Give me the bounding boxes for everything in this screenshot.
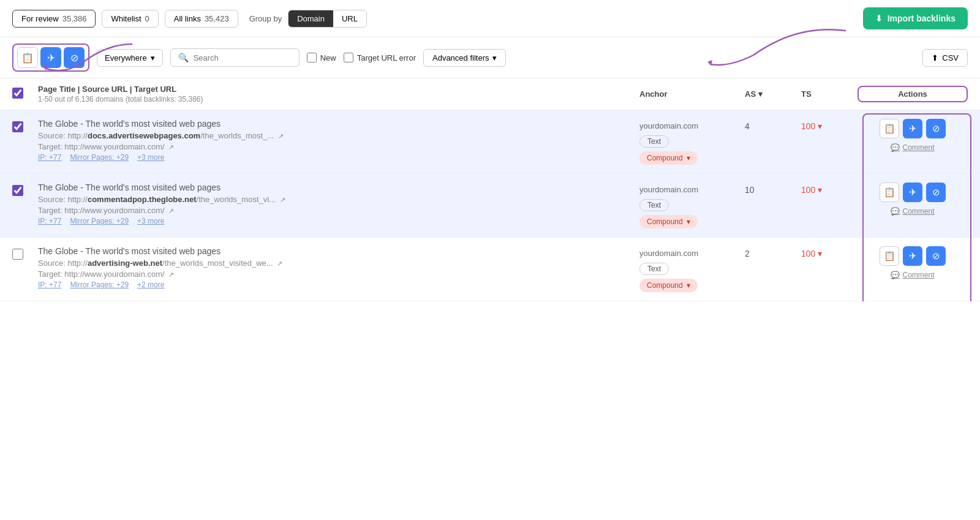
group-domain-btn[interactable]: Domain	[288, 10, 333, 27]
row-3-mirror[interactable]: Mirror Pages: +29	[70, 281, 129, 289]
row-3-target-ext-icon[interactable]: ↗	[168, 271, 174, 278]
send-icon: ✈	[909, 187, 917, 198]
row-2-source-domain: commentadpop.theglobe.net	[88, 195, 197, 204]
for-review-count: 35,386	[62, 14, 87, 23]
chevron-down-icon: ▾	[151, 53, 155, 62]
row-1-source: Source: http://docs.advertisewebpages.co…	[38, 131, 632, 140]
target-url-error-label[interactable]: Target URL error	[344, 53, 416, 62]
header-as-col[interactable]: AS ▾	[745, 89, 794, 99]
row-1-action-icons: 📋 ✈ ⊘	[880, 119, 946, 138]
send-icon-btn[interactable]: ✈	[40, 47, 61, 68]
row-1-mirror[interactable]: Mirror Pages: +29	[70, 153, 129, 162]
csv-export-button[interactable]: ⬆ CSV	[922, 49, 968, 67]
for-review-tab[interactable]: For review 35,386	[12, 10, 96, 28]
row-2-mirror[interactable]: Mirror Pages: +29	[70, 217, 129, 225]
new-filter-checkbox[interactable]	[307, 53, 317, 62]
row-3-source: Source: http://advertising-web.net/the_w…	[38, 258, 632, 268]
row-3-source-ext-icon[interactable]: ↗	[277, 260, 282, 267]
comment-icon: 💬	[891, 143, 900, 152]
csv-upload-icon: ⬆	[932, 53, 938, 62]
row-1-ts: 100 ▾	[801, 119, 850, 131]
row-3-ts-val[interactable]: 100 ▾	[801, 249, 850, 258]
copy-icon: 📋	[884, 123, 895, 134]
target-url-error-checkbox[interactable]	[344, 53, 353, 62]
row-3-badge-compound[interactable]: Compound ▾	[639, 279, 698, 292]
everywhere-dropdown[interactable]: Everywhere ▾	[97, 49, 163, 67]
row-2-badge-compound[interactable]: Compound ▾	[639, 215, 698, 228]
row-1-send-btn[interactable]: ✈	[903, 119, 922, 138]
row-3-check[interactable]	[12, 246, 31, 262]
row-2-copy-btn[interactable]: 📋	[880, 183, 899, 202]
row-3-send-btn[interactable]: ✈	[903, 246, 922, 266]
row-2-ip[interactable]: IP: +77	[38, 217, 61, 225]
row-2-anchor-domain: yourdomain.com	[639, 185, 737, 194]
row-1-ip[interactable]: IP: +77	[38, 153, 61, 162]
all-links-count: 35,423	[205, 14, 229, 23]
search-icon: 🔍	[178, 53, 189, 62]
as-label: AS	[745, 89, 756, 99]
row-1-block-btn[interactable]: ⊘	[926, 119, 946, 138]
advanced-filters-button[interactable]: Advanced filters ▾	[423, 49, 507, 67]
table-row: The Globe - The world's most visited web…	[0, 174, 980, 238]
row-3-meta: IP: +77 Mirror Pages: +29 +2 more	[38, 281, 632, 289]
row-1-checkbox[interactable]	[12, 121, 23, 132]
row-2-checkbox[interactable]	[12, 185, 23, 196]
row-3-action-icons: 📋 ✈ ⊘	[880, 246, 946, 266]
filter-bar: 📋 ✈ ⊘ Everywhere ▾ 🔍 New Target URL erro…	[0, 37, 980, 78]
row-3-copy-btn[interactable]: 📋	[880, 246, 899, 266]
comment-label: Comment	[902, 271, 934, 279]
advanced-filters-chevron: ▾	[492, 53, 497, 62]
block-icon-btn[interactable]: ⊘	[64, 47, 85, 68]
ts-chevron-icon: ▾	[818, 121, 822, 131]
row-3-actions: 📋 ✈ ⊘ 💬 Comment	[858, 246, 968, 279]
advanced-filters-label: Advanced filters	[432, 53, 489, 62]
row-2-main: The Globe - The world's most visited web…	[38, 183, 632, 225]
row-3-more[interactable]: +2 more	[137, 281, 164, 289]
group-url-btn[interactable]: URL	[333, 10, 366, 27]
row-1-source-ext-icon[interactable]: ↗	[278, 132, 284, 140]
row-3-ip[interactable]: IP: +77	[38, 281, 61, 289]
header-check-col	[12, 88, 31, 100]
row-3-anchor-domain: yourdomain.com	[639, 249, 737, 258]
search-input[interactable]	[194, 53, 292, 62]
comment-icon: 💬	[891, 271, 900, 279]
import-backlinks-button[interactable]: ⬇ Import backlinks	[863, 7, 968, 29]
row-1-target-ext-icon[interactable]: ↗	[168, 143, 174, 151]
block-icon: ⊘	[70, 52, 78, 64]
everywhere-label: Everywhere	[105, 53, 147, 62]
row-2-title: The Globe - The world's most visited web…	[38, 183, 632, 192]
row-1-meta: IP: +77 Mirror Pages: +29 +3 more	[38, 153, 632, 162]
row-2-check[interactable]	[12, 183, 31, 198]
header-main-col: Page Title | Source URL | Target URL 1-5…	[38, 85, 632, 104]
copy-icon-btn[interactable]: 📋	[17, 47, 38, 68]
select-all-checkbox[interactable]	[12, 88, 23, 99]
row-2-send-btn[interactable]: ✈	[903, 183, 922, 202]
whitelist-tab[interactable]: Whitelist 0	[102, 10, 158, 28]
row-2-meta: IP: +77 Mirror Pages: +29 +3 more	[38, 217, 632, 225]
row-1-check[interactable]	[12, 119, 31, 134]
new-filter-label[interactable]: New	[307, 53, 336, 62]
all-links-tab[interactable]: All links 35,423	[165, 10, 238, 28]
row-1-source-domain: docs.advertisewebpages.com	[88, 131, 200, 140]
row-2-target-ext-icon[interactable]: ↗	[168, 207, 174, 214]
row-3-main: The Globe - The world's most visited web…	[38, 246, 632, 289]
header-title: Page Title | Source URL | Target URL	[38, 85, 632, 94]
row-2-action-icons: 📋 ✈ ⊘	[880, 183, 946, 202]
row-1-comment-btn[interactable]: 💬 Comment	[891, 143, 934, 152]
row-2-source-ext-icon[interactable]: ↗	[280, 196, 285, 203]
row-2-comment-btn[interactable]: 💬 Comment	[891, 207, 934, 216]
row-1-more[interactable]: +3 more	[137, 153, 164, 162]
row-1-ts-val[interactable]: 100 ▾	[801, 121, 850, 131]
row-2-badge-text: Text	[639, 199, 669, 211]
row-2-more[interactable]: +3 more	[137, 217, 164, 225]
row-3-comment-btn[interactable]: 💬 Comment	[891, 271, 934, 279]
send-icon: ✈	[909, 123, 917, 134]
row-2-block-btn[interactable]: ⊘	[926, 183, 946, 202]
row-1-copy-btn[interactable]: 📋	[880, 119, 899, 138]
row-1-badge-compound[interactable]: Compound ▾	[639, 151, 698, 165]
row-3-block-btn[interactable]: ⊘	[926, 246, 946, 266]
row-3-checkbox[interactable]	[12, 249, 23, 260]
row-1-badge-text: Text	[639, 135, 669, 148]
header-ts-col: TS	[801, 89, 850, 99]
row-2-ts-val[interactable]: 100 ▾	[801, 185, 850, 195]
